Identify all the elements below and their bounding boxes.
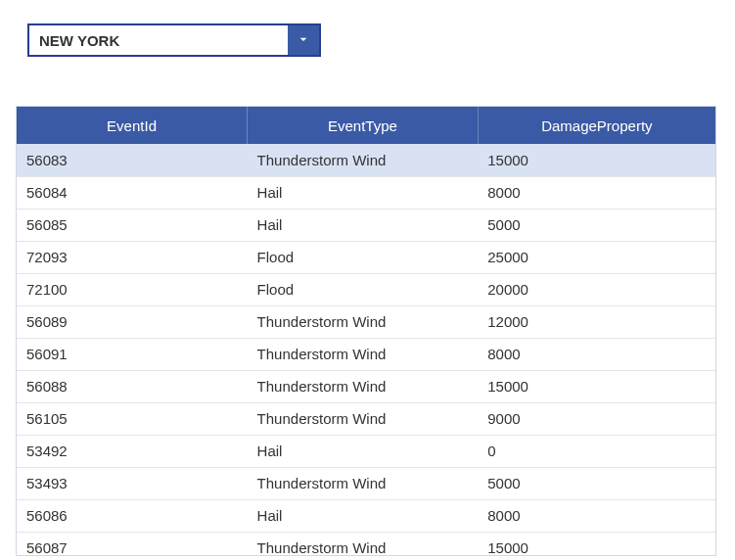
column-header-damageproperty[interactable]: DamageProperty (478, 107, 715, 144)
table-row[interactable]: 56084Hail8000 (17, 176, 715, 209)
table-cell: Hail (248, 499, 479, 532)
table-cell: Thunderstorm Wind (248, 305, 479, 338)
table-cell: Thunderstorm Wind (248, 532, 479, 556)
table-cell: 56086 (17, 499, 248, 532)
table-cell: 56087 (17, 532, 248, 556)
table-row[interactable]: 56105Thunderstorm Wind9000 (17, 402, 715, 435)
table-cell: 72093 (17, 241, 248, 273)
table-cell: Thunderstorm Wind (248, 370, 479, 402)
table-row[interactable]: 72093Flood25000 (17, 241, 715, 273)
table-row[interactable]: 53493Thunderstorm Wind5000 (17, 467, 715, 499)
table-cell: 15000 (478, 370, 715, 402)
table-cell: 15000 (478, 144, 715, 176)
table-cell: 20000 (478, 273, 715, 305)
table-row[interactable]: 56088Thunderstorm Wind15000 (17, 370, 715, 402)
events-table: EventId EventType DamageProperty 56083Th… (17, 107, 715, 556)
table-cell: Hail (248, 435, 479, 467)
table-header-row: EventId EventType DamageProperty (17, 107, 715, 144)
table-cell: 5000 (478, 467, 715, 499)
column-header-eventtype[interactable]: EventType (248, 107, 479, 144)
table-row[interactable]: 56091Thunderstorm Wind8000 (17, 338, 715, 370)
table-cell: 12000 (478, 305, 715, 338)
table-cell: 8000 (478, 338, 715, 370)
table-cell: Flood (248, 273, 479, 305)
table-cell: 8000 (478, 499, 715, 532)
table-cell: 9000 (478, 402, 715, 435)
table-cell: 56085 (17, 209, 248, 241)
table-cell: 25000 (478, 241, 715, 273)
table-cell: 0 (478, 435, 715, 467)
table-cell: 56084 (17, 176, 248, 209)
state-dropdown[interactable]: NEW YORK (27, 23, 321, 57)
table-cell: 72100 (17, 273, 248, 305)
table-cell: 56089 (17, 305, 248, 338)
table-row[interactable]: 56087Thunderstorm Wind15000 (17, 532, 715, 556)
table-cell: Thunderstorm Wind (248, 467, 479, 499)
table-cell: 53492 (17, 435, 248, 467)
table-row[interactable]: 53492Hail0 (17, 435, 715, 467)
table-cell: Thunderstorm Wind (248, 402, 479, 435)
table-row[interactable]: 56086Hail8000 (17, 499, 715, 532)
table-cell: 15000 (478, 532, 715, 556)
table-cell: Hail (248, 176, 479, 209)
dropdown-toggle-button[interactable] (288, 25, 319, 55)
table-cell: 8000 (478, 176, 715, 209)
dropdown-selected-value: NEW YORK (29, 25, 288, 55)
chevron-down-icon (296, 31, 311, 50)
table-cell: Flood (248, 241, 479, 273)
column-header-eventid[interactable]: EventId (17, 107, 248, 144)
table-row[interactable]: 56085Hail5000 (17, 209, 715, 241)
table-cell: 56083 (17, 144, 248, 176)
table-row[interactable]: 56083Thunderstorm Wind15000 (17, 144, 715, 176)
table-row[interactable]: 56089Thunderstorm Wind12000 (17, 305, 715, 338)
table-cell: Thunderstorm Wind (248, 338, 479, 370)
table-cell: Hail (248, 209, 479, 241)
table-cell: 53493 (17, 467, 248, 499)
table-cell: 56091 (17, 338, 248, 370)
table-row[interactable]: 72100Flood20000 (17, 273, 715, 305)
table-cell: Thunderstorm Wind (248, 144, 479, 176)
table-cell: 5000 (478, 209, 715, 241)
table-cell: 56105 (17, 402, 248, 435)
events-table-container: EventId EventType DamageProperty 56083Th… (16, 106, 716, 556)
table-cell: 56088 (17, 370, 248, 402)
